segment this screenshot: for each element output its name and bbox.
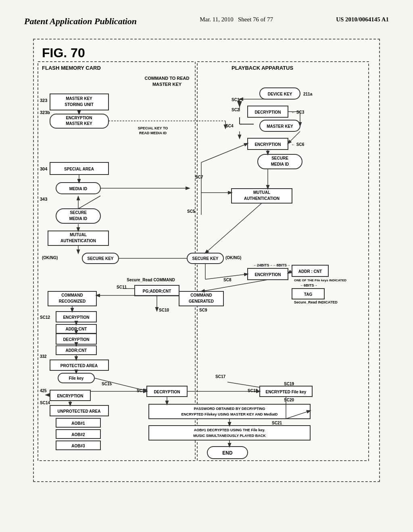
decryption-sc3-label: DECRYPTION (254, 110, 281, 114)
secure-read-indicated: Secure_Read INDICATED (294, 300, 338, 304)
page-header: Patent Application Publication Mar. 11, … (24, 16, 389, 27)
svg-line-72 (205, 203, 262, 253)
sc2-label: SC2 (232, 108, 240, 112)
ok-ng-left: (OK/NG) (42, 256, 58, 260)
svg-text:AUTHENTICATION: AUTHENTICATION (60, 239, 96, 243)
svg-text:AUTHENTICATION: AUTHENTICATION (244, 196, 280, 201)
ref-343: 343 (40, 197, 47, 202)
sc1-label: SC1 (232, 98, 240, 102)
flash-memory-label: FLASH MEMORY CARD (42, 65, 101, 71)
file-key-label: File key (69, 376, 84, 380)
publication-title: Patent Application Publication (24, 16, 137, 27)
command-generated-label: COMMAND (190, 293, 212, 297)
secure-media-id-right-label: SECURE (271, 156, 288, 160)
device-key-label: DEVICE KEY (268, 92, 292, 96)
secure-key-right-label: SECURE KEY (192, 256, 218, 261)
page: Patent Application Publication Mar. 11, … (0, 0, 413, 532)
playback-label: PLAYBACK APPARATUS (232, 65, 293, 71)
end-label: END (222, 450, 233, 456)
bits-6: ←6BITS→ (300, 283, 318, 287)
svg-text:MASTER KEY: MASTER KEY (152, 82, 182, 87)
svg-line-65 (201, 143, 248, 162)
svg-line-92 (227, 382, 260, 387)
encryption-sc8-label: ENCRYPTION (254, 272, 281, 277)
ref-425: 425 (40, 389, 47, 393)
sc7-label: SC7 (195, 175, 203, 179)
pw-obtained-label2: ENCRYPTED Filekey USING MASTER KEY AND M… (181, 412, 278, 416)
tag-label: TAG (304, 292, 313, 297)
diagram-container: FIG. 70 FLASH MEMORY CARD PLAYBACK APPAR… (33, 39, 380, 482)
aob3-label: AOB#3 (71, 444, 85, 448)
pg-addr-cnt-label: PG;ADDR;CNT (143, 289, 171, 293)
sc5-label: SC5 (187, 209, 195, 214)
command-label: COMMAND TO READ (144, 76, 189, 81)
sc12-label: SC12 (40, 315, 50, 320)
sheet-info: Sheet 76 of 77 (238, 16, 273, 23)
encryption-sc14-label: ENCRYPTION (57, 394, 83, 398)
ref-304: 304 (40, 166, 48, 171)
aob1-label: AOB#1 (71, 421, 85, 426)
command-recognized-label: COMMAND (61, 293, 83, 297)
encrypted-file-key-label: ENCRYPTED File key (266, 390, 307, 394)
media-id-label: MEDIA ID (69, 187, 88, 191)
mutual-auth-right-label: MUTUAL (253, 190, 270, 195)
secure-key-left-label: SECURE KEY (87, 256, 113, 261)
aob1-decrypted-label1: AOB#1 DECRYPTED USING THE File key. (194, 428, 265, 432)
secure-read-command: Secure_Read COMMAND (127, 278, 175, 282)
addr-cnt-sc13-label: ADDR;CNT (66, 348, 87, 353)
bits-label: ←24BITS→←8BITS→ (253, 263, 290, 267)
protected-area-label: PROTECTED AREA (60, 364, 98, 368)
ok-ng-right: (OK/NG) (225, 256, 241, 260)
sc8-label: SC8 (223, 278, 232, 282)
unprotected-area-label: UNPROTECTED AREA (58, 409, 101, 414)
svg-text:MEDIA ID: MEDIA ID (69, 216, 88, 221)
ref-323: 323 (40, 98, 47, 103)
encryption-sc12-label: ENCRYPTION (63, 315, 89, 320)
ref-332: 332 (40, 354, 47, 359)
svg-text:SPECIAL KEY TO: SPECIAL KEY TO (138, 126, 168, 130)
header-meta: Mar. 11, 2010 Sheet 76 of 77 (200, 16, 273, 23)
decryption-sc13-label: DECRYPTION (63, 337, 89, 342)
sc9-label: SC9 (199, 308, 207, 312)
addr-cnt-right-label: ADDR : CNT (298, 269, 322, 274)
svg-line-70 (78, 196, 100, 209)
svg-text:MEDIA ID: MEDIA ID (271, 162, 289, 166)
aob2-label: AOB#2 (71, 432, 85, 437)
secure-media-id-left-label: SECURE (70, 210, 87, 215)
decryption-sc16-label: DECRYPTION (154, 390, 180, 394)
master-key-storing-label: MASTER KEY (66, 96, 92, 101)
svg-text:MASTER KEY: MASTER KEY (66, 121, 92, 126)
sc15-label: SC15 (102, 382, 112, 386)
sc19-label: SC19 (284, 382, 294, 386)
svg-text:RECOGNIZED: RECOGNIZED (59, 299, 86, 303)
svg-line-60 (288, 131, 300, 143)
sc18-label: SC18 (248, 389, 258, 393)
encryption-master-key-label: ENCRYPTION (66, 116, 92, 120)
one-of-file-keys: ONE OF THE File keys INDICATED (294, 278, 346, 282)
svg-text:STORING UNIT: STORING UNIT (65, 102, 93, 107)
svg-line-76 (288, 271, 292, 273)
sc21-label: SC21 (272, 421, 282, 425)
mutual-auth-left-label: MUTUAL (70, 233, 87, 237)
special-area-label: SPECIAL AREA (64, 167, 94, 171)
sc6-label: ← SC6 (291, 142, 305, 147)
master-key-right-label: MASTER KEY (267, 124, 293, 129)
svg-line-77 (201, 280, 268, 291)
pub-date: Mar. 11, 2010 (200, 16, 234, 23)
ref-211a: 211a (303, 92, 313, 96)
svg-text:GENERATED: GENERATED (189, 299, 214, 303)
svg-text:READ MEDIA ID: READ MEDIA ID (139, 131, 167, 135)
sc17-label: SC17 (215, 374, 225, 379)
pw-obtained-label1: PASSWORD OBTAINED BY DECRYPTING (194, 407, 265, 411)
diagram-svg: FLASH MEMORY CARD PLAYBACK APPARATUS COM… (34, 39, 373, 467)
aob1-decrypted-label2: MUSIC SIMULTANEOUSLY PLAYED BACK (193, 434, 266, 438)
sc3-label: ← SC3 (291, 110, 305, 114)
addr-cnt-sc12-label: ADDR;CNT (66, 327, 87, 331)
encryption-sc6-label: ENCRYPTION (254, 142, 281, 147)
sc10-label: SC10 (159, 308, 169, 312)
ref-323b: 323b (40, 110, 50, 115)
sc20-label: SC20 (284, 398, 294, 402)
sc4-label: SC4 (225, 124, 234, 128)
app-number: US 2010/0064145 A1 (336, 16, 389, 23)
sc14-label: SC14 (40, 401, 50, 405)
